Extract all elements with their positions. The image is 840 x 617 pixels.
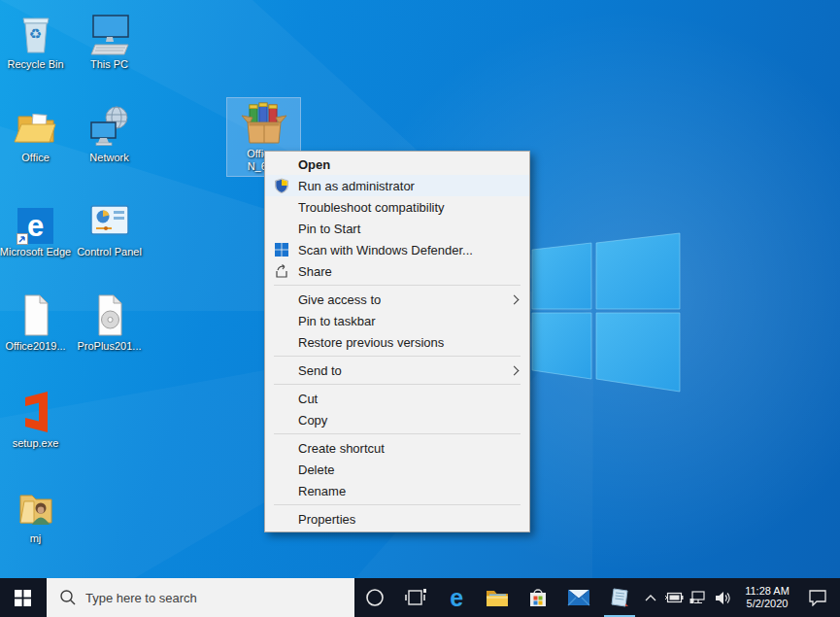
active-app-button[interactable] bbox=[599, 578, 640, 617]
control-panel-icon bbox=[86, 197, 133, 244]
desktop-icon-microsoft-edge[interactable]: e Microsoft Edge bbox=[0, 195, 73, 262]
desktop-icon-label: Office bbox=[0, 152, 72, 164]
cortana-button[interactable] bbox=[354, 578, 395, 617]
shortcut-arrow-icon bbox=[17, 233, 28, 245]
menu-item-restore-previous-versions[interactable]: Restore previous versions bbox=[265, 331, 529, 353]
store-icon bbox=[526, 586, 550, 609]
menu-separator bbox=[274, 433, 521, 434]
menu-item-properties[interactable]: Properties bbox=[265, 508, 529, 530]
notepad-app-icon bbox=[608, 586, 631, 609]
desktop-icon-label: Microsoft Edge bbox=[0, 246, 72, 258]
battery-icon bbox=[664, 592, 684, 603]
share-icon bbox=[274, 263, 289, 279]
desktop-icon-control-panel[interactable]: Control Panel bbox=[72, 195, 147, 262]
desktop-icon-label: setup.exe bbox=[0, 437, 72, 450]
office-setup-icon bbox=[13, 389, 59, 435]
windows-start-icon bbox=[15, 590, 31, 606]
taskbar: e bbox=[0, 578, 840, 617]
system-tray: 11:28 AM 5/2/2020 bbox=[640, 578, 840, 617]
desktop-icon-mj-folder[interactable]: mj bbox=[0, 482, 73, 549]
uac-shield-icon bbox=[274, 178, 289, 193]
menu-item-copy[interactable]: Copy bbox=[265, 409, 529, 430]
menu-item-scan-with-windows-defender[interactable]: Scan with Windows Defender... bbox=[265, 239, 529, 260]
desktop-icon-label: Network bbox=[73, 152, 146, 164]
menu-separator bbox=[274, 356, 521, 357]
desktop-icon-label: This PC bbox=[73, 58, 146, 71]
menu-item-share[interactable]: Share bbox=[265, 260, 529, 282]
desktop-icon-label: ProPlus201... bbox=[73, 340, 146, 353]
menu-item-troubleshoot-compatibility[interactable]: Troubleshoot compatibility bbox=[265, 196, 529, 218]
network-icon bbox=[86, 103, 133, 150]
desktop-icon-label: Control Panel bbox=[73, 246, 146, 258]
clock-date: 5/2/2020 bbox=[737, 598, 797, 610]
submenu-arrow-icon bbox=[510, 365, 520, 375]
edge-letter: e bbox=[27, 211, 44, 241]
rar-archive-icon bbox=[241, 99, 287, 146]
file-explorer-button[interactable] bbox=[477, 578, 518, 617]
desktop-icon-proplus-file[interactable]: ProPlus201... bbox=[72, 290, 147, 357]
menu-item-pin-to-start[interactable]: Pin to Start bbox=[265, 218, 529, 239]
file-explorer-icon bbox=[485, 587, 510, 608]
store-button[interactable] bbox=[518, 578, 558, 617]
desktop-icon-recycle-bin[interactable]: ♻ Recycle Bin bbox=[0, 8, 73, 75]
desktop-icon-this-pc[interactable]: This PC bbox=[72, 8, 147, 75]
cortana-icon bbox=[364, 587, 386, 608]
menu-separator bbox=[274, 384, 521, 385]
mail-button[interactable] bbox=[558, 578, 599, 617]
menu-separator bbox=[274, 285, 521, 286]
defender-icon bbox=[274, 242, 289, 257]
menu-item-rename[interactable]: Rename bbox=[265, 480, 529, 501]
tray-battery-button[interactable] bbox=[661, 578, 687, 617]
this-pc-icon bbox=[86, 10, 133, 56]
document-icon bbox=[13, 291, 59, 338]
mail-icon bbox=[566, 588, 591, 607]
menu-separator bbox=[274, 504, 521, 505]
recycle-symbol: ♻ bbox=[0, 25, 72, 43]
menu-item-create-shortcut[interactable]: Create shortcut bbox=[265, 437, 529, 459]
search-input[interactable] bbox=[47, 578, 355, 617]
clock[interactable]: 11:28 AM 5/2/2020 bbox=[737, 585, 797, 610]
taskbar-search bbox=[47, 578, 355, 617]
chevron-up-icon bbox=[644, 593, 657, 602]
desktop-icon-label: Recycle Bin bbox=[0, 58, 72, 71]
menu-item-send-to[interactable]: Send to bbox=[265, 360, 529, 381]
task-view-icon bbox=[404, 587, 427, 608]
clock-time: 11:28 AM bbox=[737, 585, 797, 598]
tray-chevron-button[interactable] bbox=[640, 578, 661, 617]
edge-button[interactable]: e bbox=[436, 578, 477, 617]
action-center-icon bbox=[808, 589, 827, 606]
desktop-icon-office2019-file[interactable]: Office2019... bbox=[0, 290, 73, 357]
windows-logo bbox=[532, 233, 680, 392]
edge-icon: e bbox=[450, 586, 463, 610]
task-view-button[interactable] bbox=[395, 578, 436, 617]
action-center-button[interactable] bbox=[797, 578, 838, 617]
start-button[interactable] bbox=[0, 578, 47, 617]
menu-item-open[interactable]: Open bbox=[265, 154, 529, 175]
document-disc-icon bbox=[86, 291, 133, 338]
search-icon bbox=[59, 589, 77, 606]
network-status-icon bbox=[689, 591, 707, 604]
edge-icon: e bbox=[17, 208, 53, 244]
tray-network-button[interactable] bbox=[687, 578, 710, 617]
volume-icon bbox=[715, 591, 732, 605]
menu-item-run-as-administrator[interactable]: Run as administrator bbox=[265, 175, 529, 196]
user-folder-icon bbox=[13, 484, 59, 531]
desktop-icon-setup-exe[interactable]: setup.exe bbox=[0, 387, 73, 454]
context-menu: Open Run as administrator Troubleshoot c… bbox=[264, 151, 530, 532]
desktop-icon-label: Office2019... bbox=[0, 340, 72, 353]
desktop-icon-office-folder[interactable]: Office bbox=[0, 101, 73, 168]
menu-item-give-access-to[interactable]: Give access to bbox=[265, 289, 529, 310]
windows-desktop: ♻ Recycle Bin This PC Office Network bbox=[0, 0, 840, 617]
folder-icon bbox=[13, 103, 59, 150]
tray-volume-button[interactable] bbox=[710, 578, 737, 617]
menu-item-cut[interactable]: Cut bbox=[265, 388, 529, 409]
desktop-icon-network[interactable]: Network bbox=[72, 101, 147, 168]
menu-item-pin-to-taskbar[interactable]: Pin to taskbar bbox=[265, 310, 529, 331]
desktop-icon-label: mj bbox=[0, 532, 72, 545]
menu-item-delete[interactable]: Delete bbox=[265, 459, 529, 480]
submenu-arrow-icon bbox=[510, 294, 520, 304]
